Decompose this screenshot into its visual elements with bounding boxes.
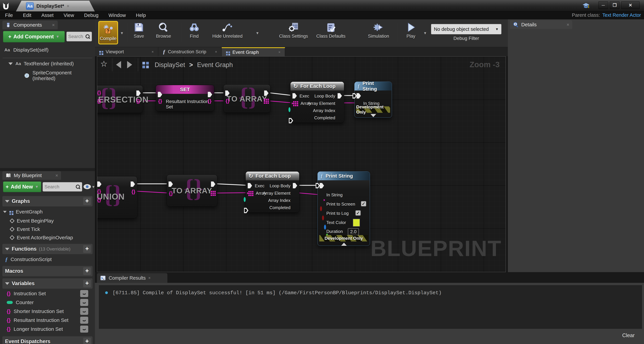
graphs-section-header[interactable]: Graphs +	[2, 196, 92, 206]
browse-button[interactable]: Browse	[156, 22, 171, 39]
tab-close-icon[interactable]: ×	[152, 50, 154, 54]
exec-out-pin[interactable]	[338, 93, 342, 98]
panel-splitter[interactable]	[0, 168, 95, 171]
nav-forward-icon[interactable]	[127, 61, 132, 68]
set-pin-icon[interactable]: {}	[136, 98, 140, 104]
my-blueprint-search[interactable]	[42, 182, 82, 192]
exec-out-pin[interactable]	[316, 183, 320, 188]
save-button[interactable]: Save	[134, 22, 144, 39]
components-search-input[interactable]	[68, 34, 85, 39]
exec-out-pin[interactable]	[131, 181, 135, 187]
bool-in-pin[interactable]	[320, 206, 322, 211]
variable-row[interactable]: {} Shorter Instruction Set	[7, 309, 90, 314]
minimize-button[interactable]: ─	[598, 1, 608, 9]
variable-row[interactable]: {} Instruction Set	[7, 291, 90, 297]
expand-arrow-icon[interactable]	[3, 211, 7, 213]
my-blueprint-close-icon[interactable]: ×	[56, 173, 58, 178]
find-button[interactable]: Find	[189, 22, 200, 39]
add-macro-button[interactable]: +	[83, 267, 91, 275]
expand-arrow-icon[interactable]	[5, 282, 10, 285]
expand-arrow-icon[interactable]	[5, 248, 10, 250]
menu-debug[interactable]: Debug	[79, 12, 104, 18]
hide-unrelated-chevron-icon[interactable]: ▼	[256, 31, 259, 35]
exec-out-pin[interactable]	[352, 93, 357, 98]
checkbox-checked-icon[interactable]: ✓	[361, 201, 366, 206]
set-pin-icon[interactable]: {}	[97, 189, 101, 194]
breadcrumb-current[interactable]: Event Graph	[197, 61, 233, 68]
eye-closed-icon[interactable]	[80, 326, 88, 333]
menu-file[interactable]: File	[0, 12, 18, 18]
set-pin-icon[interactable]: {}	[97, 197, 101, 203]
exec-in-pin[interactable]	[248, 183, 252, 188]
simulation-button[interactable]: Simulation	[368, 22, 389, 39]
components-close-icon[interactable]: ×	[52, 22, 55, 28]
color-swatch[interactable]	[353, 219, 360, 227]
event-beginplay-row[interactable]: Event BeginPlay	[10, 218, 54, 224]
variable-row[interactable]: {} Resultant Instruction Set	[7, 317, 90, 323]
my-blueprint-panel-tab[interactable]: My Blueprint ×	[2, 171, 61, 180]
menu-window[interactable]: Window	[104, 12, 131, 18]
eventgraph-row[interactable]: EventGraph	[3, 209, 42, 215]
hide-unrelated-button[interactable]: Hide Unrelated	[212, 22, 242, 39]
chevron-down-icon[interactable]: ▼	[92, 185, 95, 189]
class-defaults-button[interactable]: Class Defaults	[316, 22, 346, 39]
restore-button[interactable]: ❐	[610, 1, 620, 9]
expand-arrow-icon[interactable]	[8, 62, 13, 65]
components-panel-tab[interactable]: Components ×	[2, 20, 58, 29]
clear-button[interactable]: Clear	[622, 333, 634, 339]
node-union[interactable]: {} UNION {} {} {}	[97, 176, 137, 218]
array-pin-icon[interactable]	[264, 99, 265, 100]
array-pin-icon[interactable]	[293, 101, 294, 102]
add-function-button[interactable]: +	[83, 245, 91, 253]
debug-object-dropdown[interactable]: No debug object selected ▼	[431, 24, 502, 34]
tab-event-graph[interactable]: Event Graph ×	[222, 47, 285, 56]
tab-viewport[interactable]: Viewport ×	[95, 47, 158, 56]
set-pin-icon[interactable]: {}	[208, 98, 212, 104]
exec-out-pin[interactable]	[244, 208, 248, 213]
variable-row[interactable]: Counter	[7, 300, 90, 305]
node-intersection[interactable]: {} ERSECTION {} {} {}	[97, 85, 143, 113]
components-self-row[interactable]: Aa DisplaySet(self)	[4, 47, 48, 53]
my-blueprint-search-input[interactable]	[44, 184, 76, 190]
compiler-log[interactable]: [6711.85] Compile of DisplaySet successf…	[99, 285, 642, 329]
parent-class-link[interactable]: Text Render Actor	[602, 12, 641, 18]
compiler-results-tab[interactable]: Compiler Results ×	[97, 273, 167, 283]
components-tree-textrender[interactable]: Aa TextRender (Inherited)	[8, 61, 74, 66]
add-new-button[interactable]: + Add New ▼	[3, 181, 41, 192]
components-tree-spritecomponent[interactable]: SpriteComponent (Inherited)	[24, 70, 95, 81]
asset-tab-close-icon[interactable]: ×	[67, 3, 69, 9]
array-pin-icon[interactable]	[211, 191, 212, 192]
constructionscript-row[interactable]: ƒ ConstructionScript	[5, 256, 52, 263]
set-pin-icon[interactable]: {}	[158, 98, 162, 104]
tab-close-icon[interactable]: ×	[215, 50, 217, 54]
exec-in-pin[interactable]	[356, 93, 361, 98]
close-button[interactable]: ✕	[621, 1, 640, 9]
tutorial-cap-icon[interactable]	[582, 2, 590, 10]
add-component-button[interactable]: + Add Component ▼	[3, 31, 65, 42]
class-settings-button[interactable]: Class Settings	[279, 22, 308, 39]
event-actorbeginoverlap-row[interactable]: Event ActorBeginOverlap	[10, 235, 73, 240]
checkbox-checked-icon[interactable]: ✓	[355, 210, 361, 216]
int-out-pin[interactable]	[244, 197, 246, 202]
functions-section-header[interactable]: Functions (13 Overridable) +	[2, 244, 92, 254]
variables-section-header[interactable]: Variables +	[2, 278, 92, 289]
eye-closed-icon[interactable]	[80, 308, 88, 315]
menu-edit[interactable]: Edit	[18, 12, 36, 18]
exec-out-pin[interactable]	[289, 118, 293, 123]
node-for-each-loop[interactable]: ↻ For Each Loop Exec Array Loop Body Arr…	[246, 171, 299, 212]
collapse-arrow-icon[interactable]	[370, 114, 376, 117]
set-pin-icon[interactable]: {}	[97, 98, 101, 104]
play-options-chevron-icon[interactable]: ▼	[423, 31, 427, 35]
color-in-pin[interactable]	[324, 225, 326, 230]
set-pin-icon[interactable]: {}	[132, 189, 135, 195]
breadcrumb-root[interactable]: DisplaySet	[155, 61, 185, 68]
node-set-resultant-instruction-set[interactable]: SET {} Resultant Instruction Set {}	[156, 85, 214, 111]
menu-help[interactable]: Help	[131, 12, 151, 18]
tab-construction-script[interactable]: ƒ Construction Scrip ×	[158, 47, 222, 56]
add-event-dispatcher-button[interactable]: +	[83, 338, 91, 344]
exec-in-pin[interactable]	[97, 181, 102, 187]
expand-arrow-icon[interactable]	[5, 200, 10, 203]
set-pin-icon[interactable]: {}	[97, 90, 101, 95]
set-pin-icon[interactable]: {}	[169, 191, 173, 196]
eye-closed-icon[interactable]	[80, 299, 88, 306]
